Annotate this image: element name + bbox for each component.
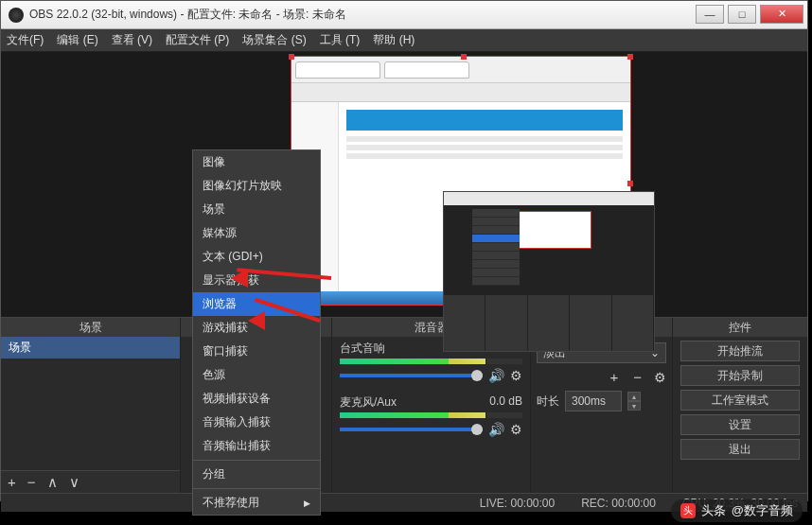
menu-item-media[interactable]: 媒体源 <box>193 221 320 245</box>
titlebar: OBS 22.0.2 (32-bit, windows) - 配置文件: 未命名… <box>1 1 807 29</box>
mixer-channel-mic: 麦克风/Aux0.0 dB 🔊 ⚙ <box>332 391 530 445</box>
menu-edit[interactable]: 编辑 (E) <box>57 32 97 48</box>
controls-panel: 控件 开始推流 开始录制 工作室模式 设置 退出 <box>673 318 807 493</box>
menu-item-audio-output[interactable]: 音频输出捕获 <box>193 434 320 458</box>
scene-list-item[interactable]: 场景 <box>1 337 180 359</box>
submenu-arrow-icon: ▶ <box>304 499 310 508</box>
maximize-button[interactable]: □ <box>728 5 756 24</box>
preview-source[interactable] <box>291 56 631 306</box>
menu-item-image[interactable]: 图像 <box>193 150 320 174</box>
start-streaming-button[interactable]: 开始推流 <box>680 341 800 361</box>
mixer-mic-meter <box>340 412 522 418</box>
duration-label: 时长 <box>537 394 559 410</box>
watermark-icon: 头 <box>680 503 696 518</box>
mixer-desktop-slider[interactable] <box>340 374 483 377</box>
remove-transition-button[interactable]: − <box>630 369 644 385</box>
controls-header: 控件 <box>673 318 807 337</box>
status-rec: REC: 00:00:00 <box>581 497 656 510</box>
watermark-prefix: 头条 <box>701 502 726 519</box>
menu-profile[interactable]: 配置文件 (P) <box>166 32 229 48</box>
mixer-desktop-meter <box>340 359 522 364</box>
menu-tools[interactable]: 工具 (T) <box>320 32 361 48</box>
mixer-mic-slider[interactable] <box>340 428 483 431</box>
speaker-icon[interactable]: 🔊 <box>488 368 504 383</box>
menu-item-video-capture[interactable]: 视频捕获设备 <box>193 387 320 411</box>
menu-item-display-capture[interactable]: 显示器捕获 <box>193 269 320 292</box>
menu-help[interactable]: 帮助 (H) <box>373 32 415 48</box>
resize-handle[interactable] <box>627 54 633 60</box>
duration-spinner[interactable]: ▲▼ <box>627 392 641 411</box>
menubar: 文件(F) 编辑 (E) 查看 (V) 配置文件 (P) 场景集合 (S) 工具… <box>1 29 807 52</box>
scenes-header: 场景 <box>1 318 180 337</box>
menu-item-deprecated[interactable]: 不推荐使用▶ <box>193 491 320 515</box>
move-scene-up-button[interactable]: ∧ <box>44 474 61 491</box>
remove-scene-button[interactable]: − <box>25 474 39 490</box>
gear-icon[interactable]: ⚙ <box>510 368 522 383</box>
gear-icon[interactable]: ⚙ <box>654 370 666 385</box>
menu-item-browser[interactable]: 浏览器 <box>193 292 320 316</box>
speaker-icon[interactable]: 🔊 <box>488 422 504 437</box>
mixer-mic-db: 0.0 dB <box>489 394 522 411</box>
minimize-button[interactable]: — <box>696 5 724 24</box>
nested-obs-window <box>443 191 655 352</box>
settings-button[interactable]: 设置 <box>680 414 800 435</box>
close-button[interactable]: ✕ <box>760 5 803 24</box>
move-scene-down-button[interactable]: ∨ <box>66 474 82 491</box>
scenes-panel: 场景 场景 + − ∧ ∨ <box>1 318 181 493</box>
add-source-context-menu: 图像 图像幻灯片放映 场景 媒体源 文本 (GDI+) 显示器捕获 浏览器 游戏… <box>192 149 321 516</box>
add-scene-button[interactable]: + <box>5 474 19 490</box>
start-recording-button[interactable]: 开始录制 <box>680 365 800 386</box>
mixer-desktop-label: 台式音响 <box>340 341 385 357</box>
watermark: 头 头条 @数字音频 <box>671 499 803 522</box>
resize-handle[interactable] <box>289 54 294 60</box>
menu-item-game-capture[interactable]: 游戏捕获 <box>193 316 320 340</box>
watermark-handle: @数字音频 <box>732 502 793 519</box>
app-icon <box>9 8 24 23</box>
menu-item-slideshow[interactable]: 图像幻灯片放映 <box>193 174 320 198</box>
menu-item-audio-input[interactable]: 音频输入捕获 <box>193 411 320 434</box>
status-live: LIVE: 00:00:00 <box>480 497 555 510</box>
preview-area[interactable] <box>1 52 807 317</box>
exit-button[interactable]: 退出 <box>680 439 800 460</box>
menu-item-scene[interactable]: 场景 <box>193 198 320 221</box>
menu-item-color[interactable]: 色源 <box>193 363 320 387</box>
captured-browser-content <box>291 57 630 305</box>
mixer-mic-label: 麦克风/Aux <box>340 394 397 411</box>
menu-item-window-capture[interactable]: 窗口捕获 <box>193 340 320 363</box>
window-title: OBS 22.0.2 (32-bit, windows) - 配置文件: 未命名… <box>29 7 692 23</box>
menu-item-group[interactable]: 分组 <box>193 463 320 486</box>
menu-item-text[interactable]: 文本 (GDI+) <box>193 245 320 269</box>
gear-icon[interactable]: ⚙ <box>510 422 522 437</box>
duration-input[interactable]: 300ms <box>565 391 622 411</box>
menu-scene-collection[interactable]: 场景集合 (S) <box>242 32 306 48</box>
menu-file[interactable]: 文件(F) <box>7 32 44 48</box>
resize-handle[interactable] <box>461 54 467 60</box>
add-transition-button[interactable]: + <box>607 369 621 385</box>
menu-view[interactable]: 查看 (V) <box>112 32 152 48</box>
studio-mode-button[interactable]: 工作室模式 <box>680 390 800 411</box>
